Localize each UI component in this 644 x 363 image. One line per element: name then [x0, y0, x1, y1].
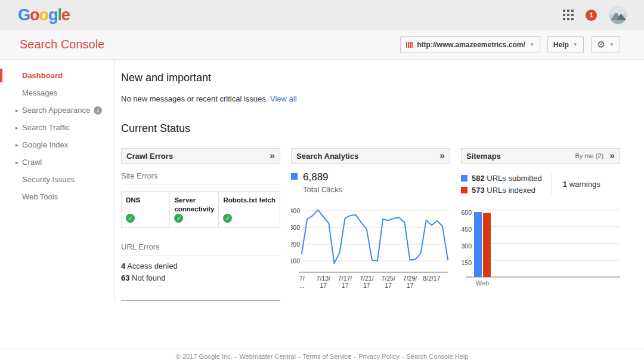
- expand-arrow-icon: ▸: [16, 107, 18, 113]
- sidebar-item-label: Search Appearance: [22, 106, 90, 115]
- site-check-label: Server connectivity: [174, 196, 214, 214]
- svg-text:300: 300: [461, 242, 472, 250]
- content-body: DashboardMessages▸Search Appearancei▸Sea…: [0, 60, 644, 301]
- search-console-page: Google 1: [0, 0, 644, 363]
- search-analytics-panel: Search Analytics » 6,889 Total Clicks 40…: [291, 148, 450, 301]
- footer-separator: -: [354, 353, 357, 360]
- site-check-label: Robots.txt fetch: [223, 196, 275, 205]
- check-ok-icon: ✓: [126, 214, 135, 223]
- sidebar-item-label: Security Issues: [22, 175, 75, 184]
- messages-status-text: No new messages or recent critical issue…: [121, 94, 268, 103]
- dropdown-caret-icon: ▼: [609, 42, 614, 47]
- footer-separator: -: [298, 353, 301, 360]
- sidebar-nav: DashboardMessages▸Search Appearancei▸Sea…: [0, 60, 115, 301]
- crawl-errors-header[interactable]: Crawl Errors »: [121, 148, 280, 164]
- check-ok-icon: ✓: [174, 214, 183, 223]
- open-report-chevron-icon[interactable]: »: [609, 151, 615, 161]
- check-ok-icon: ✓: [223, 214, 232, 223]
- svg-text:7/21/17: 7/21/17: [360, 275, 373, 289]
- settings-button[interactable]: ⚙ ▼: [591, 36, 620, 53]
- section-title-current-status: Current Status: [121, 122, 620, 135]
- whitespace: [0, 301, 644, 349]
- dropdown-caret-icon: ▼: [573, 42, 578, 47]
- header-toolbar: http://www.amazeemetrics.com/ ▼ Help ▼ ⚙…: [400, 36, 620, 53]
- logo-letter: g: [48, 6, 58, 24]
- svg-text:8/2/17: 8/2/17: [423, 275, 440, 282]
- sidebar-item-label: Messages: [22, 88, 57, 97]
- urls-indexed-text: 573 URLs indexed: [472, 184, 535, 196]
- svg-text:7/13/17: 7/13/17: [317, 275, 330, 289]
- notifications-badge[interactable]: 1: [586, 10, 597, 21]
- sidebar-item-label: Google Index: [22, 140, 68, 149]
- google-logo[interactable]: Google: [18, 6, 70, 24]
- footer-link-terms-of-service[interactable]: Terms of Service: [303, 353, 352, 360]
- crawl-errors-panel: Crawl Errors » Site Errors DNS✓Server co…: [121, 148, 280, 301]
- sidebar-item-search-appearance[interactable]: ▸Search Appearancei: [0, 101, 114, 119]
- section-title-new-important: New and important: [121, 72, 620, 84]
- url-error-row[interactable]: 63 Not found: [121, 272, 280, 284]
- svg-text:7/25/17: 7/25/17: [382, 275, 395, 289]
- url-error-row[interactable]: 4 Access denied: [121, 260, 280, 272]
- sidebar-item-dashboard[interactable]: Dashboard: [0, 67, 114, 84]
- expand-arrow-icon: ▸: [16, 125, 18, 131]
- expand-arrow-icon: ▸: [16, 159, 18, 165]
- sidebar-item-search-traffic[interactable]: ▸Search Traffic: [0, 119, 114, 136]
- sitemaps-title: Sitemaps: [466, 152, 501, 161]
- urls-submitted-text: 582 URLs submitted: [472, 173, 542, 184]
- sidebar-item-crawl[interactable]: ▸Crawl: [0, 153, 114, 171]
- svg-text:300: 300: [291, 224, 300, 231]
- svg-text:150: 150: [461, 259, 472, 266]
- sidebar-item-label: Web Tools: [22, 192, 58, 201]
- footer-separator: -: [235, 353, 237, 360]
- expand-arrow-icon: ▸: [16, 142, 18, 148]
- clicks-line-chart: 4003002001007/...7/13/177/17/177/21/177/…: [291, 202, 450, 292]
- warnings-text: 1 warnings: [552, 173, 600, 196]
- property-url: http://www.amazeemetrics.com/: [417, 41, 525, 49]
- open-report-chevron-icon[interactable]: »: [270, 151, 275, 161]
- user-avatar[interactable]: [609, 6, 627, 24]
- sidebar-item-messages[interactable]: Messages: [0, 84, 114, 101]
- open-report-chevron-icon[interactable]: »: [439, 151, 445, 161]
- view-all-link[interactable]: View all: [270, 94, 297, 103]
- svg-text:7/29/17: 7/29/17: [403, 275, 417, 289]
- site-check-server-connectivity: Server connectivity✓: [169, 192, 218, 227]
- sidebar-item-web-tools[interactable]: Web Tools: [0, 188, 114, 205]
- clicks-legend-swatch: [291, 173, 298, 180]
- sidebar-item-label: Search Traffic: [22, 123, 70, 132]
- google-top-bar: Google 1: [0, 0, 644, 30]
- apps-grid-icon[interactable]: [563, 10, 574, 20]
- logo-letter: o: [39, 6, 49, 24]
- footer-link-webmaster-central[interactable]: Webmaster Central: [239, 353, 296, 360]
- svg-text:100: 100: [291, 257, 300, 264]
- site-check-label: DNS: [126, 196, 165, 205]
- info-icon[interactable]: i: [94, 106, 102, 115]
- search-analytics-header[interactable]: Search Analytics »: [291, 148, 450, 164]
- logo-letter: e: [61, 6, 70, 24]
- site-check-dns: DNS✓: [122, 192, 169, 227]
- dropdown-caret-icon: ▼: [530, 42, 534, 47]
- url-errors-label: URL Errors: [121, 242, 280, 256]
- logo-letter: G: [18, 6, 30, 24]
- svg-text:200: 200: [291, 241, 300, 248]
- footer-link-privacy-policy[interactable]: Privacy Policy: [358, 353, 399, 360]
- help-button[interactable]: Help ▼: [547, 36, 584, 53]
- logo-letter: o: [30, 6, 39, 24]
- site-check-robots-txt-fetch: Robots.txt fetch✓: [218, 192, 280, 227]
- property-selector-button[interactable]: http://www.amazeemetrics.com/ ▼: [400, 36, 540, 53]
- gear-icon: ⚙: [597, 39, 605, 50]
- page-title: Search Console: [20, 38, 104, 51]
- total-clicks-label: Total Clicks: [303, 185, 342, 194]
- svg-text:400: 400: [291, 207, 300, 214]
- mountain-photo-icon: [609, 7, 627, 24]
- search-analytics-title: Search Analytics: [296, 152, 358, 161]
- footer-link-search-console-help[interactable]: Search Console Help: [406, 353, 468, 360]
- red-bars-site-icon: [406, 42, 413, 48]
- sidebar-item-google-index[interactable]: ▸Google Index: [0, 136, 114, 153]
- sitemaps-header[interactable]: Sitemaps By me (2) »: [461, 148, 620, 164]
- site-errors-table: DNS✓Server connectivity✓Robots.txt fetch…: [121, 191, 280, 228]
- by-me-filter-label[interactable]: By me (2): [575, 152, 603, 159]
- sidebar-item-security-issues[interactable]: Security Issues: [0, 171, 114, 188]
- indexed-legend-swatch: [461, 187, 467, 193]
- crawl-errors-title: Crawl Errors: [126, 152, 173, 161]
- footer-separator: -: [402, 353, 404, 360]
